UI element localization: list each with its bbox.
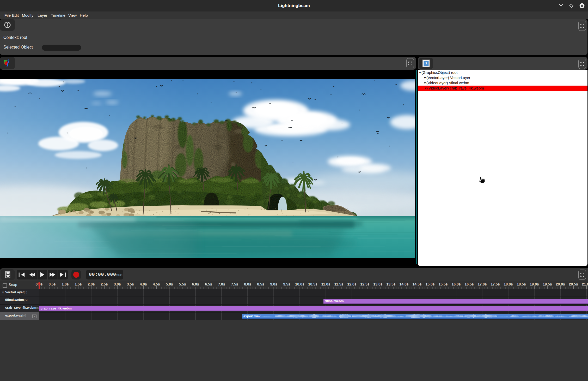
svg-text:?: ? bbox=[425, 62, 427, 66]
